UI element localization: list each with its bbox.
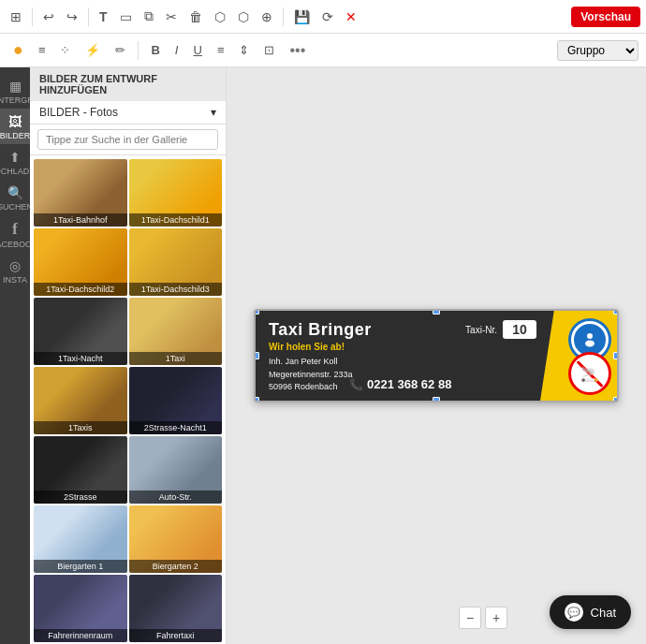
nosmoking-icon: 🚬 — [568, 352, 611, 395]
search-input[interactable] — [37, 129, 218, 150]
image-thumb-1[interactable]: 1Taxi-Bahnhof — [34, 159, 127, 227]
sep-2 — [88, 7, 89, 26]
undo-button[interactable]: ↩ — [38, 7, 59, 27]
save-button[interactable]: 💾 — [289, 7, 315, 27]
group-select[interactable]: Gruppo Sfondo Testo Immagine — [557, 40, 639, 61]
dropdown-label: BILDER - Fotos — [39, 106, 118, 119]
chat-button[interactable]: 💬 Chat — [550, 595, 631, 629]
image-thumb-9[interactable]: 2Strasse — [34, 436, 127, 504]
svg-point-1 — [585, 341, 595, 347]
handle-ml[interactable] — [254, 352, 259, 359]
card-city: 50996 Rodenbach — [269, 381, 353, 394]
instagram-icon: ◎ — [9, 258, 21, 273]
image-thumb-14[interactable]: Fahrertaxi — [129, 575, 223, 642]
images-label: BILDER — [0, 131, 30, 140]
more-button[interactable]: ••• — [284, 39, 311, 62]
grid-button[interactable]: ⊞ — [6, 7, 26, 27]
instagram-label: INSTA — [3, 275, 27, 285]
image-thumb-7[interactable]: 1Taxis — [34, 367, 127, 434]
sidebar-item-search[interactable]: 🔍 SUCHEN — [0, 180, 30, 215]
align2-button[interactable]: ≡ — [212, 40, 230, 60]
image-label-2: 1Taxi-Dachschild1 — [129, 213, 223, 227]
flip-button[interactable]: ⬡ — [233, 7, 254, 27]
image-thumb-5[interactable]: 1Taxi-Nacht — [34, 298, 127, 365]
card-owner: Inh. Jan Peter Koll — [269, 356, 353, 369]
image-label-3: 1Taxi-Dachschild2 — [34, 283, 127, 296]
image-thumb-8[interactable]: 2Strasse-Nacht1 — [129, 367, 223, 434]
handle-tr[interactable] — [613, 309, 619, 315]
underline-button[interactable]: U — [187, 40, 207, 60]
pencil-button[interactable]: ✏ — [110, 40, 131, 60]
card-street: Megeretinnenstr. 233a — [269, 369, 353, 382]
image-thumb-11[interactable]: Biergarten 1 — [34, 505, 127, 573]
chevron-down-icon: ▾ — [211, 106, 216, 119]
redo-button[interactable]: ↪ — [62, 7, 82, 27]
sidebar-item-upload[interactable]: ⬆ HOCHLADE... — [0, 144, 30, 180]
card-company-name: Taxi Bringer — [269, 320, 372, 340]
height-button[interactable]: ⇕ — [233, 40, 255, 60]
chat-bubble-icon: 💬 — [565, 603, 583, 622]
sep-4 — [138, 41, 139, 60]
taxi-nr-box: Taxi-Nr. 10 — [465, 320, 536, 339]
zoom-out-button[interactable]: − — [459, 607, 481, 629]
images-icon: 🖼 — [8, 114, 22, 129]
handle-bm[interactable] — [433, 397, 440, 402]
panel-search — [30, 124, 226, 155]
design-card[interactable]: Taxi Bringer Wir holen Sie ab! Inh. Jan … — [254, 309, 619, 402]
facebook-icon: f — [12, 221, 17, 238]
color-button[interactable]: ● — [7, 37, 29, 63]
image-thumb-10[interactable]: Auto-Str. — [129, 436, 223, 504]
duplicate-button[interactable]: ⬡ — [210, 7, 230, 27]
image-thumb-13[interactable]: Fahrerinnenraum — [34, 575, 127, 642]
cigarette-symbol: 🚬 — [580, 365, 599, 383]
sidebar-item-instagram[interactable]: ◎ INSTA — [0, 253, 30, 288]
align-button[interactable]: ≡ — [33, 40, 51, 60]
image-thumb-6[interactable]: 1Taxi — [129, 298, 223, 365]
image-label-4: 1Taxi-Dachschild3 — [129, 283, 223, 296]
sidebar-item-facebook[interactable]: f FACEBOO... — [0, 215, 30, 253]
shape-button[interactable]: ▭ — [115, 7, 137, 27]
handle-mr[interactable] — [613, 352, 619, 359]
italic-button[interactable]: I — [169, 40, 184, 60]
toolbar-top: ⊞ ↩ ↪ T ▭ ⧉ ✂ 🗑 ⬡ ⬡ ⊕ 💾 ⟳ ✕ Vorschau — [0, 0, 646, 34]
search-label: SUCHEN — [0, 202, 33, 212]
phone-icon: 📞 — [349, 378, 363, 391]
phone-number: 0221 368 62 88 — [367, 377, 451, 391]
handle-bl[interactable] — [254, 397, 259, 402]
sidebar-icons: ▦ HINTERGR... 🖼 BILDER ⬆ HOCHLADE... 🔍 S… — [0, 67, 30, 644]
image-label-8: 2Strasse-Nacht1 — [129, 421, 223, 434]
zoom-controls: − + — [459, 607, 507, 629]
image-thumb-12[interactable]: Biergarten 2 — [129, 505, 223, 573]
cut-button[interactable]: ✂ — [161, 7, 182, 27]
crop-button[interactable]: ⊡ — [258, 40, 280, 60]
search-icon: 🔍 — [7, 185, 23, 200]
refresh-button[interactable]: ⟳ — [317, 7, 338, 27]
handle-tl[interactable] — [254, 309, 259, 315]
panel-dropdown[interactable]: BILDER - Fotos ▾ — [30, 101, 226, 124]
chat-label: Chat — [591, 606, 616, 620]
copy-button[interactable]: ⧉ — [139, 6, 158, 27]
grid2-button[interactable]: ⁘ — [54, 40, 76, 60]
images-grid: 1Taxi-Bahnhof1Taxi-Dachschild11Taxi-Dach… — [30, 155, 226, 644]
sep-3 — [283, 7, 284, 26]
image-thumb-3[interactable]: 1Taxi-Dachschild2 — [34, 228, 127, 296]
bold-button[interactable]: B — [145, 40, 165, 60]
lightning-button[interactable]: ⚡ — [80, 40, 106, 60]
left-panel: BILDER ZUM ENTWURF HINZUFÜGEN BILDER - F… — [30, 67, 227, 644]
text-button[interactable]: T — [95, 7, 112, 27]
upload-icon: ⬆ — [9, 150, 21, 165]
delete-button[interactable]: 🗑 — [184, 7, 207, 27]
card-phone: 📞 0221 368 62 88 — [349, 377, 451, 391]
panel-header: BILDER ZUM ENTWURF HINZUFÜGEN — [30, 67, 226, 101]
image-thumb-4[interactable]: 1Taxi-Dachschild3 — [129, 228, 223, 296]
sidebar-item-images[interactable]: 🖼 BILDER — [0, 109, 30, 144]
sidebar-item-background[interactable]: ▦ HINTERGR... — [0, 73, 30, 109]
zoom-in-button[interactable]: + — [485, 607, 507, 629]
layers-button[interactable]: ⊕ — [257, 7, 277, 27]
image-thumb-2[interactable]: 1Taxi-Dachschild1 — [129, 159, 223, 227]
toolbar-second: ● ≡ ⁘ ⚡ ✏ B I U ≡ ⇕ ⊡ ••• Gruppo Sfondo … — [0, 34, 646, 67]
handle-br[interactable] — [613, 397, 619, 402]
handle-tm[interactable] — [433, 309, 440, 315]
preview-button[interactable]: Vorschau — [571, 7, 640, 27]
close-button[interactable]: ✕ — [341, 7, 361, 27]
